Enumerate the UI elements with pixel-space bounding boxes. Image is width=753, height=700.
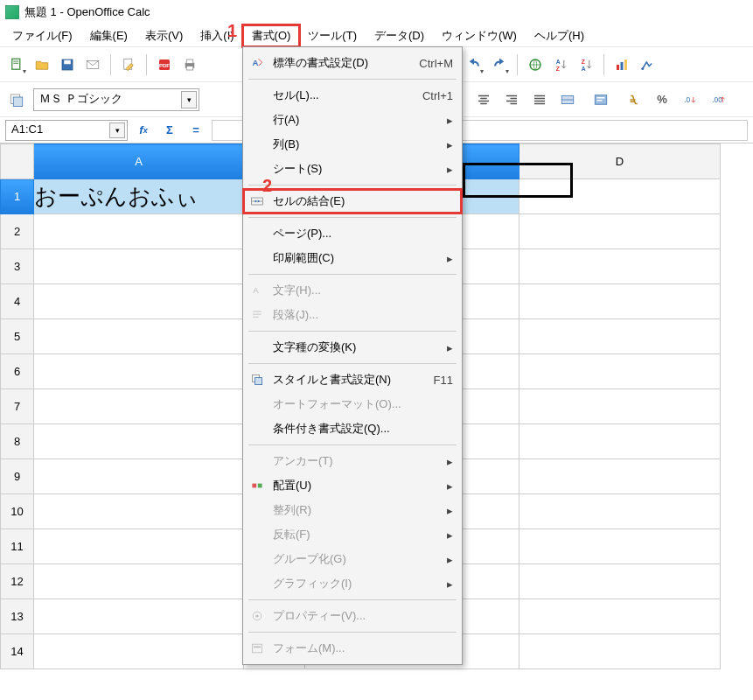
row-header-3[interactable]: 3 [1, 249, 34, 284]
name-box[interactable]: A1:C1 ▾ [5, 120, 128, 141]
merge-cells-icon[interactable] [556, 88, 579, 111]
function-wizard-icon[interactable]: fx [133, 120, 154, 141]
col-header-a[interactable]: A [34, 144, 244, 179]
edit-doc-icon[interactable] [117, 53, 140, 76]
cell[interactable] [34, 529, 244, 564]
cell[interactable] [34, 284, 244, 319]
menu-default-formatting[interactable]: A 標準の書式設定(D) Ctrl+M [243, 51, 462, 75]
svg-rect-22 [13, 97, 23, 107]
row-header-13[interactable]: 13 [1, 599, 34, 634]
save-icon[interactable] [56, 53, 79, 76]
menu-print-range[interactable]: 印刷範囲(C) ▸ [243, 246, 462, 270]
cell[interactable] [519, 494, 721, 529]
cell[interactable] [34, 494, 244, 529]
menu-conditional[interactable]: 条件付き書式設定(Q)... [243, 416, 462, 441]
open-icon[interactable] [31, 53, 53, 76]
menu-alignment[interactable]: 配置(U) ▸ [243, 473, 462, 498]
sort-asc-icon[interactable]: AZ [549, 53, 572, 76]
menu-sheet[interactable]: シート(S) ▸ [243, 157, 462, 181]
add-decimal-icon[interactable]: .0 [679, 88, 701, 111]
menu-change-case[interactable]: 文字種の変換(K) ▸ [243, 335, 462, 360]
menu-merge-cells[interactable]: セルの結合(E) [243, 189, 462, 214]
sort-desc-icon[interactable]: ZA [575, 53, 597, 76]
cell[interactable] [34, 599, 244, 634]
cell[interactable] [519, 424, 721, 459]
redo-icon[interactable] [488, 53, 511, 76]
row-header-14[interactable]: 14 [1, 634, 34, 669]
row-header-1[interactable]: 1 [1, 179, 34, 214]
chevron-down-icon[interactable]: ▾ [109, 122, 125, 138]
undo-icon[interactable] [463, 53, 485, 76]
cell[interactable] [34, 634, 244, 669]
align-justify-icon[interactable] [528, 88, 551, 111]
cell[interactable] [34, 389, 244, 424]
menu-window[interactable]: ウィンドウ(W) [433, 25, 526, 46]
row-header-12[interactable]: 12 [1, 564, 34, 599]
menu-data[interactable]: データ(D) [366, 25, 433, 46]
percent-icon[interactable]: % [651, 88, 673, 111]
menu-view[interactable]: 表示(V) [136, 25, 192, 46]
cell[interactable] [34, 564, 244, 599]
row-header-6[interactable]: 6 [1, 354, 34, 389]
cell[interactable] [34, 424, 244, 459]
menu-edit[interactable]: 編集(E) [81, 25, 136, 46]
row-header-4[interactable]: 4 [1, 284, 34, 319]
submenu-arrow-icon: ▸ [447, 163, 453, 176]
submenu-arrow-icon: ▸ [447, 252, 453, 265]
menu-format[interactable]: 書式(O) [243, 25, 300, 46]
sum-icon[interactable]: Σ [159, 120, 180, 141]
row-header-5[interactable]: 5 [1, 319, 34, 354]
cell[interactable] [519, 599, 721, 634]
hyperlink-icon[interactable] [524, 53, 547, 76]
font-name-combo[interactable]: ＭＳ Ｐゴシック ▾ [33, 88, 199, 111]
cell-d1[interactable] [519, 179, 721, 214]
export-pdf-icon[interactable]: PDF [153, 53, 176, 76]
chart-icon[interactable] [610, 53, 633, 76]
currency-icon[interactable] [623, 88, 645, 111]
cell[interactable] [519, 634, 721, 669]
menu-styles[interactable]: スタイルと書式設定(N) F11 [243, 368, 462, 392]
menu-cells[interactable]: セル(L)... Ctrl+1 [243, 83, 462, 108]
cell[interactable] [519, 459, 721, 494]
cell[interactable] [519, 284, 721, 319]
menu-tools[interactable]: ツール(T) [299, 25, 366, 46]
cell-a1[interactable]: おーぷんおふぃ [34, 179, 244, 214]
cell[interactable] [519, 249, 721, 284]
row-header-2[interactable]: 2 [1, 214, 34, 249]
menu-page[interactable]: ページ(P)... [243, 221, 462, 246]
row-header-11[interactable]: 11 [1, 529, 34, 564]
styles-dropdown-icon[interactable] [5, 88, 28, 111]
remove-decimal-icon[interactable]: .00 [707, 88, 729, 111]
email-icon[interactable] [81, 53, 104, 76]
menu-file[interactable]: ファイル(F) [3, 25, 81, 46]
cell[interactable] [34, 249, 244, 284]
cell[interactable] [34, 319, 244, 354]
select-all-corner[interactable] [1, 144, 34, 179]
cell[interactable] [519, 564, 721, 599]
cell[interactable] [519, 319, 721, 354]
row-header-9[interactable]: 9 [1, 459, 34, 494]
menu-column[interactable]: 列(B) ▸ [243, 132, 462, 157]
menu-help[interactable]: ヘルプ(H) [526, 25, 593, 46]
chevron-down-icon[interactable]: ▾ [181, 91, 197, 108]
cell[interactable] [34, 214, 244, 249]
row-header-10[interactable]: 10 [1, 494, 34, 529]
cell[interactable] [519, 214, 721, 249]
print-icon[interactable] [178, 53, 201, 76]
svg-rect-32 [252, 484, 256, 488]
row-header-8[interactable]: 8 [1, 424, 34, 459]
cell[interactable] [519, 354, 721, 389]
show-draw-icon[interactable] [636, 53, 659, 76]
equals-icon[interactable]: = [185, 120, 206, 141]
cell[interactable] [34, 354, 244, 389]
new-doc-icon[interactable] [5, 53, 28, 76]
wrap-text-icon[interactable] [589, 88, 612, 111]
col-header-d[interactable]: D [519, 144, 721, 179]
row-header-7[interactable]: 7 [1, 389, 34, 424]
cell[interactable] [519, 389, 721, 424]
menu-row[interactable]: 行(A) ▸ [243, 108, 462, 132]
align-center-icon[interactable] [472, 88, 495, 111]
align-right-icon[interactable] [500, 88, 523, 111]
cell[interactable] [519, 529, 721, 564]
cell[interactable] [34, 459, 244, 494]
